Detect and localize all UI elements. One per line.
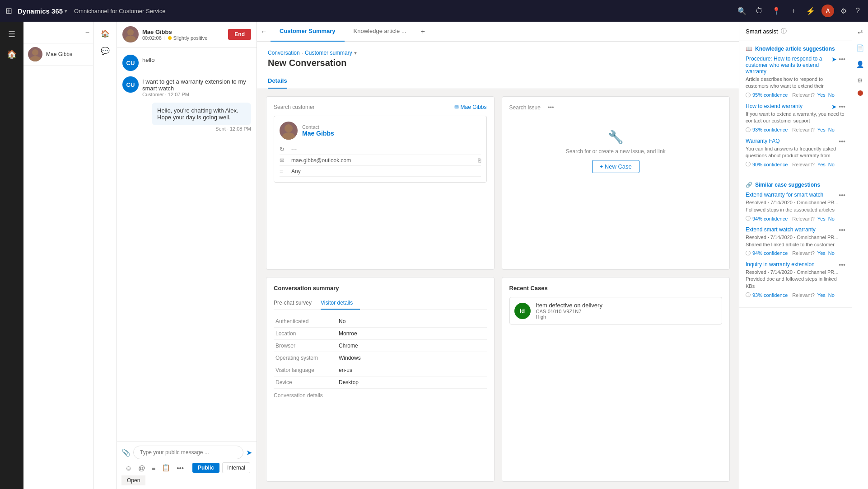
sa-yes-1[interactable]: Yes [817, 92, 826, 98]
sa-article-2: How to extend warranty ➤ ••• If you want… [746, 103, 845, 133]
ri-expand-icon[interactable]: ⇄ [854, 25, 867, 38]
sa-case-2-no[interactable]: No [828, 250, 835, 256]
smart-assist-body: 📖 Knowledge article suggestions Procedur… [739, 41, 852, 489]
sa-case-1-title[interactable]: Extend warranty for smart watch [746, 192, 823, 198]
copy-icon[interactable]: ⎘ [478, 157, 481, 164]
sa-confidence-3: 90% confidence [752, 162, 788, 167]
list-icon: ≡ [280, 168, 288, 174]
sa-article-2-desc: If you want to extend a warranty, you ne… [746, 111, 845, 125]
timer-icon[interactable]: ⏱ [756, 7, 763, 15]
sa-case-3-desc: Resolved · 7/14/2020 · Omnichannel PR...… [746, 269, 845, 290]
sa-article-3-title[interactable]: Warranty FAQ [746, 138, 780, 144]
sa-no-2[interactable]: No [828, 127, 835, 132]
location-icon[interactable]: 📍 [772, 7, 781, 15]
sa-case-3-title[interactable]: Inquiry in warranty extension [746, 261, 815, 268]
app-subtitle: Omnichannel for Customer Service [74, 8, 165, 14]
sa-article-1-title[interactable]: Procedure: How to respond to a customer … [746, 56, 831, 75]
internal-button[interactable]: Internal [222, 462, 250, 473]
public-button[interactable]: Public [192, 463, 219, 473]
sa-case-1-more-icon[interactable]: ••• [839, 192, 845, 199]
minimize-icon[interactable]: − [85, 28, 89, 37]
list-icon[interactable]: ≡ [150, 462, 158, 474]
chat-header: Mae Gibbs 00:02:08 | Slightly positive E… [117, 22, 257, 47]
open-button[interactable]: Open [121, 475, 145, 485]
settings-icon[interactable]: ⚙ [840, 7, 847, 15]
contact-name[interactable]: Mae Gibbs [302, 130, 334, 137]
case-item[interactable]: Id Item defective on delivery CAS-01010-… [509, 297, 723, 324]
sa-article-2-title[interactable]: How to extend warranty [746, 103, 803, 109]
sa-case-3-yes[interactable]: Yes [817, 292, 826, 298]
tab-back-icon[interactable]: ← [257, 22, 271, 42]
sa-article-3-desc: You can find answers to frequently asked… [746, 146, 845, 160]
case-id: CAS-01010-V9Z1N7 [536, 309, 602, 314]
sa-more-icon-3[interactable]: ••• [839, 138, 845, 145]
customer-link[interactable]: ✉ Mae Gibbs [454, 104, 486, 110]
sa-more-icon-2[interactable]: ••• [839, 103, 845, 110]
sa-no-1[interactable]: No [828, 92, 835, 98]
contact-type-label: Contact [302, 124, 334, 130]
home-icon[interactable]: 🏠 [3, 45, 21, 63]
sa-yes-2[interactable]: Yes [817, 127, 826, 132]
summary-tab-visitor[interactable]: Visitor details [321, 297, 360, 310]
sa-case-2-title[interactable]: Extend smart watch warranty [746, 226, 816, 233]
chat-agent-avatar [122, 26, 139, 42]
issue-more-icon[interactable]: ••• [548, 104, 554, 111]
chat-agent-meta: 00:02:08 | Slightly positive [142, 35, 224, 41]
chat-input-row: 📎 ➤ [121, 446, 252, 459]
ri-settings-icon[interactable]: ⚙ [854, 74, 867, 87]
attach-icon[interactable]: 📎 [121, 448, 131, 457]
tab-knowledge-article[interactable]: Knowledge article ... [345, 22, 415, 42]
add-icon[interactable]: ＋ [790, 6, 797, 16]
link-icon: 🔗 [746, 182, 752, 188]
app-title-chevron-icon[interactable]: ▾ [65, 9, 67, 14]
ri-agent-icon[interactable]: 👤 [854, 58, 867, 71]
search-icon[interactable]: 🔍 [737, 7, 747, 15]
sa-send-icon-2[interactable]: ➤ [831, 103, 837, 110]
sa-no-3[interactable]: No [828, 162, 835, 167]
sa-case-3-confidence: 93% confidence [752, 292, 788, 298]
smart-assist-info-icon[interactable]: ⓘ [781, 27, 787, 35]
tab-add-button[interactable]: + [415, 22, 430, 42]
user-avatar[interactable]: A [821, 5, 834, 17]
chat-input[interactable] [133, 446, 243, 459]
nav-home-icon[interactable]: 🏠 [97, 25, 113, 42]
details-tab-details[interactable]: Details [268, 74, 287, 89]
sa-yes-3[interactable]: Yes [817, 162, 826, 167]
sa-case-2-yes[interactable]: Yes [817, 250, 826, 256]
summary-value-language: en-us [337, 364, 487, 376]
info-icon-c2: ⓘ [746, 250, 751, 257]
sa-case-2-more-icon[interactable]: ••• [839, 226, 845, 234]
sa-case-1-no[interactable]: No [828, 216, 835, 221]
sa-case-1-yes[interactable]: Yes [817, 216, 826, 221]
sa-case-3-more-icon[interactable]: ••• [839, 261, 845, 268]
sa-case-3-relevant: Relevant? [792, 292, 815, 298]
breadcrumb-customer-summary[interactable]: Customer summary [305, 50, 352, 56]
ri-article-icon[interactable]: 📄 [854, 42, 867, 54]
search-customer-label: Search customer [274, 104, 315, 110]
breadcrumb-chevron-icon[interactable]: ▾ [354, 50, 357, 56]
agent-list-item[interactable]: Mae Gibbs [23, 43, 93, 66]
book-icon: 📖 [746, 46, 752, 52]
new-case-button[interactable]: + New Case [592, 160, 639, 173]
emoji-icon[interactable]: ☺ [123, 462, 134, 474]
tab-customer-summary[interactable]: Customer Summary [271, 22, 345, 42]
sa-send-icon-1[interactable]: ➤ [831, 56, 837, 63]
note-icon[interactable]: 📋 [160, 462, 172, 474]
send-button[interactable]: ➤ [246, 448, 252, 457]
sa-case-1-row: Extend warranty for smart watch ••• [746, 192, 845, 199]
summary-tab-prechat[interactable]: Pre-chat survey [274, 297, 319, 310]
mention-icon[interactable]: @ [136, 462, 147, 474]
more-icon[interactable]: ••• [175, 462, 186, 474]
nav-chat-icon[interactable]: 💬 [97, 42, 113, 59]
sa-case-3-no[interactable]: No [828, 292, 835, 298]
filter-icon[interactable]: ⚡ [806, 7, 815, 15]
sa-article-1: Procedure: How to respond to a customer … [746, 56, 845, 99]
grid-menu-icon[interactable]: ⊞ [5, 6, 12, 16]
sa-more-icon-1[interactable]: ••• [839, 56, 845, 63]
chat-sent-bubble: Hello, you're chatting with Alex. Hope y… [152, 103, 251, 125]
help-icon[interactable]: ? [856, 7, 860, 15]
end-button[interactable]: End [228, 29, 251, 40]
hamburger-menu-icon[interactable]: ☰ [3, 25, 21, 43]
breadcrumb-conversation[interactable]: Conversation [268, 50, 300, 56]
summary-label-auth: Authenticated [274, 315, 337, 328]
